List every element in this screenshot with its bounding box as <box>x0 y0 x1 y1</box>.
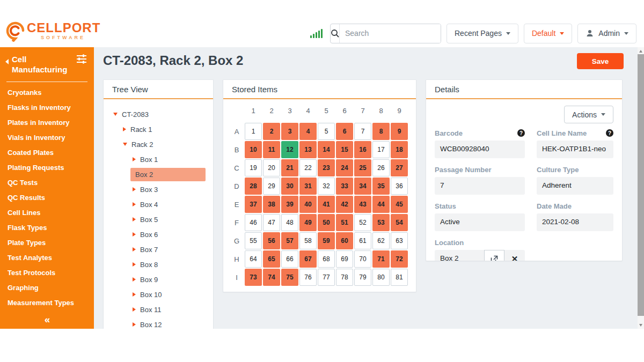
save-button[interactable]: Save <box>577 53 624 69</box>
caret-right-icon[interactable] <box>133 202 136 206</box>
grid-cell-34[interactable]: 34 <box>354 178 371 195</box>
grid-cell-75[interactable]: 75 <box>281 269 298 286</box>
tree-item-rack-1[interactable]: Rack 1 <box>104 122 213 137</box>
scrollbar-thumb[interactable] <box>638 54 644 316</box>
caret-right-icon[interactable] <box>123 127 126 131</box>
sidebar-item-flask-types[interactable]: Flask Types <box>0 220 94 235</box>
grid-cell-42[interactable]: 42 <box>336 196 353 213</box>
sidebar-item-test-protocols[interactable]: Test Protocols <box>0 265 94 280</box>
grid-cell-26[interactable]: 26 <box>372 159 390 176</box>
sidebar-item-test-analytes[interactable]: Test Analytes <box>0 250 94 265</box>
sidebar-item-cryotanks[interactable]: Cryotanks <box>0 85 94 100</box>
sidebar-item-flasks-in-inventory[interactable]: Flasks in Inventory <box>0 100 94 115</box>
caret-right-icon[interactable] <box>133 322 136 327</box>
grid-cell-6[interactable]: 6 <box>336 123 353 140</box>
back-arrow-icon[interactable] <box>5 59 9 64</box>
tree-item-box-6[interactable]: Box 6 <box>104 227 213 242</box>
grid-cell-7[interactable]: 7 <box>354 123 371 140</box>
grid-cell-74[interactable]: 74 <box>263 269 280 286</box>
grid-cell-70[interactable]: 70 <box>354 250 371 268</box>
search-icon[interactable] <box>331 24 340 43</box>
grid-cell-55[interactable]: 55 <box>245 232 262 249</box>
grid-cell-29[interactable]: 29 <box>263 178 280 195</box>
caret-right-icon[interactable] <box>133 307 136 312</box>
grid-cell-60[interactable]: 60 <box>336 232 353 249</box>
grid-cell-22[interactable]: 22 <box>299 159 317 176</box>
grid-cell-19[interactable]: 19 <box>245 159 262 176</box>
grid-cell-5[interactable]: 5 <box>318 123 335 140</box>
caret-right-icon[interactable] <box>133 292 136 297</box>
sidebar-item-qc-results[interactable]: QC Results <box>0 190 94 205</box>
grid-cell-61[interactable]: 61 <box>354 232 371 249</box>
open-location-button[interactable] <box>484 250 504 261</box>
grid-cell-80[interactable]: 80 <box>372 269 390 286</box>
default-dashboard-button[interactable]: Default <box>524 24 572 43</box>
tree-item-box-10[interactable]: Box 10 <box>104 287 213 302</box>
grid-cell-28[interactable]: 28 <box>245 178 262 195</box>
tree-item-box-8[interactable]: Box 8 <box>104 257 213 272</box>
grid-cell-57[interactable]: 57 <box>281 232 298 249</box>
grid-cell-24[interactable]: 24 <box>336 159 353 176</box>
caret-right-icon[interactable] <box>133 247 136 252</box>
grid-cell-59[interactable]: 59 <box>318 232 335 249</box>
sidebar-item-plate-types[interactable]: Plate Types <box>0 235 94 250</box>
tree-item-box-9[interactable]: Box 9 <box>104 272 213 287</box>
grid-cell-67[interactable]: 67 <box>299 250 317 268</box>
grid-cell-15[interactable]: 15 <box>336 141 353 158</box>
tree-item-box-7[interactable]: Box 7 <box>104 242 213 257</box>
tree-item-box-4[interactable]: Box 4 <box>104 197 213 212</box>
tree-item-box-5[interactable]: Box 5 <box>104 212 213 227</box>
grid-cell-71[interactable]: 71 <box>372 250 390 268</box>
tree-item-ct-2083[interactable]: CT-2083 <box>104 107 213 122</box>
grid-cell-4[interactable]: 4 <box>299 123 317 140</box>
grid-cell-63[interactable]: 63 <box>391 232 408 249</box>
sidebar-item-vials-in-inventory[interactable]: Vials in Inventory <box>0 130 94 145</box>
grid-cell-20[interactable]: 20 <box>263 159 280 176</box>
sidebar-item-qc-tests[interactable]: QC Tests <box>0 175 94 190</box>
grid-cell-69[interactable]: 69 <box>336 250 353 268</box>
grid-cell-10[interactable]: 10 <box>245 141 262 158</box>
grid-cell-58[interactable]: 58 <box>299 232 317 249</box>
grid-cell-49[interactable]: 49 <box>299 214 317 231</box>
grid-cell-79[interactable]: 79 <box>354 269 371 286</box>
grid-cell-47[interactable]: 47 <box>263 214 280 231</box>
grid-cell-73[interactable]: 73 <box>245 269 262 286</box>
grid-cell-8[interactable]: 8 <box>372 123 390 140</box>
grid-cell-50[interactable]: 50 <box>318 214 335 231</box>
grid-cell-77[interactable]: 77 <box>318 269 335 286</box>
sidebar-item-plating-requests[interactable]: Plating Requests <box>0 160 94 175</box>
grid-cell-2[interactable]: 2 <box>263 123 280 140</box>
actions-button[interactable]: Actions <box>564 106 613 123</box>
caret-down-icon[interactable] <box>113 113 118 116</box>
grid-cell-35[interactable]: 35 <box>372 178 390 195</box>
sidebar-collapse-button[interactable]: « <box>0 314 94 326</box>
grid-cell-32[interactable]: 32 <box>318 178 335 195</box>
grid-cell-27[interactable]: 27 <box>391 159 408 176</box>
grid-cell-51[interactable]: 51 <box>336 214 353 231</box>
grid-cell-39[interactable]: 39 <box>281 196 298 213</box>
grid-cell-62[interactable]: 62 <box>372 232 390 249</box>
grid-cell-38[interactable]: 38 <box>263 196 280 213</box>
tree-item-box-11[interactable]: Box 11 <box>104 302 213 317</box>
caret-right-icon[interactable] <box>133 217 136 221</box>
admin-menu-button[interactable]: Admin <box>577 24 636 43</box>
tree-item-box-2[interactable]: Box 2 <box>104 167 213 182</box>
recent-pages-button[interactable]: Recent Pages <box>447 24 518 43</box>
scroll-up-arrow[interactable] <box>638 48 644 54</box>
grid-cell-33[interactable]: 33 <box>336 178 353 195</box>
grid-cell-21[interactable]: 21 <box>281 159 298 176</box>
cellport-logo[interactable]: CELLPORT SOFTWARE <box>5 21 100 42</box>
grid-cell-30[interactable]: 30 <box>281 178 298 195</box>
help-icon[interactable]: ? <box>606 129 613 137</box>
grid-cell-31[interactable]: 31 <box>299 178 317 195</box>
grid-cell-44[interactable]: 44 <box>372 196 390 213</box>
help-icon[interactable]: ? <box>517 129 525 137</box>
grid-cell-9[interactable]: 9 <box>391 123 408 140</box>
grid-cell-41[interactable]: 41 <box>318 196 335 213</box>
grid-cell-65[interactable]: 65 <box>263 250 280 268</box>
grid-cell-68[interactable]: 68 <box>318 250 335 268</box>
grid-cell-72[interactable]: 72 <box>391 250 408 268</box>
grid-cell-11[interactable]: 11 <box>263 141 280 158</box>
sidebar-item-plates-in-inventory[interactable]: Plates in Inventory <box>0 115 94 130</box>
scroll-down-arrow[interactable] <box>638 322 644 328</box>
